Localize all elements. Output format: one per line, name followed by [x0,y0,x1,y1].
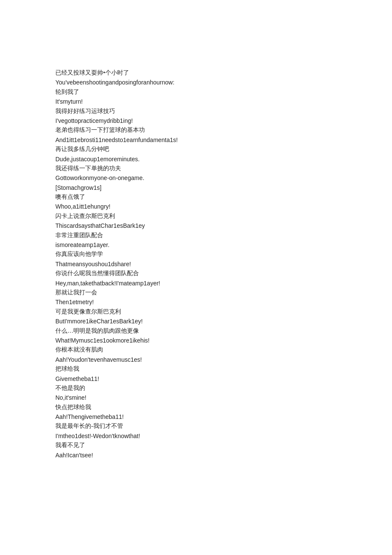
text-line-line33: Givemetheba11! [55,374,337,384]
text-line-line11: 我还得练一下单挑的功夫 [55,164,337,173]
text-line-line20: 你真应该向他学学 [55,250,337,259]
text-line-line15: Whoo,a1itt1ehungry! [55,202,337,211]
text-line-line24: 那就让我打一会 [55,288,337,297]
text-line-line2: You'vebeenshootingandposingforanhournow: [55,78,337,87]
text-line-line21: Thatmeansyoushou1dshare! [55,259,337,269]
text-line-line29: What!Mymusc1es1ookmore1ikehis! [55,336,337,345]
text-line-line26: 可是我更像查尔斯巴克利 [55,307,337,317]
text-line-line31: Aah!Youdon'tevenhavemusc1es! [55,355,337,364]
text-line-line14: 噢有点饿了 [55,192,337,202]
text-line-line13: [Stomachgrow1s] [55,183,337,192]
text-line-line3: 轮到我了 [55,87,337,97]
text-line-line1: 已经又投球又耍帅•个小时了 [55,68,337,78]
content-container: 已经又投球又耍帅•个小时了You'vebeenshootingandposing… [55,68,337,460]
text-line-line19: ismoreateamp1ayer. [55,240,337,250]
text-line-line5: 我得好好练习运球技巧 [55,107,337,116]
text-line-line6: I'vegottopracticemydribb1ing! [55,116,337,125]
text-line-line9: 再让我多练几分钟吧 [55,145,337,154]
text-line-line10: Dude,justacoup1emoreminutes. [55,154,337,164]
text-line-line17: ThiscardsaysthatChar1esBark1ey [55,221,337,230]
text-line-line32: 把球给我 [55,364,337,374]
text-line-line8: And1itt1ebrosti11needsto1earnfundamenta1… [55,135,337,145]
text-line-line41: Aah!Ican'tsee! [55,450,337,460]
text-line-line37: Aah!Thengivemetheba11! [55,412,337,421]
text-line-line40: 我看不见了 [55,441,337,450]
text-line-line4: It'smyturn! [55,97,337,106]
text-line-line27: ButI'mmore1ikeChar1esBark1ey! [55,317,337,326]
text-line-line39: I'mtheo1dest!-Wedon'tknowthat! [55,431,337,441]
text-line-line34: 不他是我的 [55,384,337,393]
text-line-line18: 非常注重团队配合 [55,231,337,240]
text-line-line36: 快点把球给我 [55,403,337,412]
text-line-line22: 你说什么呢我当然懂得团队配合 [55,269,337,278]
text-line-line38: 我是最年长的-我们才不管 [55,421,337,431]
text-line-line25: Then1etmetry! [55,297,337,307]
text-line-line35: No,it'smine! [55,393,337,402]
text-line-line16: 闪卡上说查尔斯巴克利 [55,212,337,221]
text-line-line28: 什么…明明是我的肌肉跟他更像 [55,326,337,336]
text-line-line7: 老弟也得练习一下打篮球的基本功 [55,125,337,135]
text-line-line23: Hey,man,takethatback!I'mateamp1ayer! [55,279,337,288]
text-line-line12: Gottoworkonmyone-on-onegame. [55,173,337,183]
text-line-line30: 你根本就没有肌肉 [55,345,337,355]
